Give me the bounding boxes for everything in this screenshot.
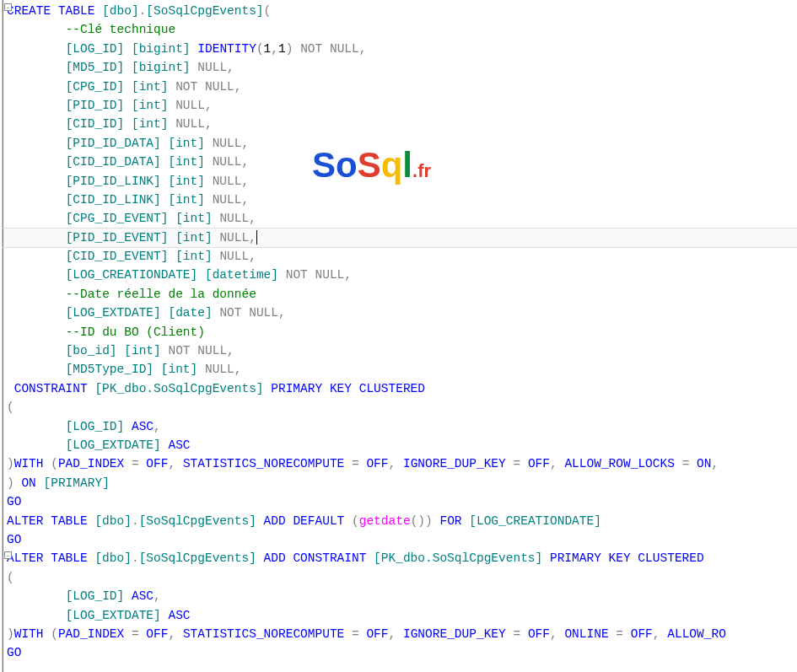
token-kw: ALLOW_RO — [667, 627, 726, 641]
token-id: [PRIMARY] — [44, 476, 110, 490]
token-gr: , — [278, 306, 286, 320]
token-gr: = — [616, 627, 623, 641]
token-id: [datetime] — [205, 268, 278, 282]
token-kw: OFF — [146, 627, 168, 641]
token-kw: WITH — [14, 457, 44, 470]
token-id: [int] — [175, 231, 213, 245]
code-line[interactable]: [CID_ID] [int] NULL, — [7, 115, 797, 133]
code-line[interactable]: [PID_ID_EVENT] [int] NULL, — [0, 228, 797, 247]
token-kw: PRIMARY KEY CLUSTERED — [271, 382, 425, 395]
token-tx — [124, 589, 132, 603]
token-id: [bo_id] — [66, 344, 117, 358]
token-tx — [520, 627, 528, 641]
token-kw: STATISTICS_NORECOMPUTE — [183, 457, 344, 470]
fold-toggle-2[interactable]: - — [4, 551, 12, 559]
code-line[interactable]: )WITH (PAD_INDEX = OFF, STATISTICS_NOREC… — [7, 454, 797, 473]
token-gr: NULL — [213, 137, 242, 150]
token-id: [date] — [168, 306, 212, 320]
code-line[interactable]: CONSTRAINT [PK_dbo.SoSqlCpgEvents] PRIMA… — [7, 379, 797, 398]
code-line[interactable]: [bo_id] [int] NOT NULL, — [7, 341, 797, 360]
token-kw: OFF — [366, 627, 388, 641]
token-tx — [293, 42, 300, 56]
token-gr: ( — [7, 401, 14, 414]
token-tx — [396, 457, 403, 470]
token-tx — [520, 457, 528, 470]
token-cm: --ID du BO (Client) — [66, 325, 205, 339]
token-id: [PID_ID] — [66, 99, 125, 112]
token-tx — [197, 268, 205, 282]
token-kw: ASC — [132, 420, 153, 433]
token-cm: --Clé technique — [66, 23, 176, 36]
code-line[interactable]: [PID_ID_DATA] [int] NULL, — [7, 134, 797, 153]
token-gr: ) — [7, 627, 14, 641]
token-tx — [168, 231, 175, 245]
code-line[interactable]: [PID_ID_LINK] [int] NULL, — [7, 172, 797, 191]
token-gr: NOT NULL — [219, 306, 278, 320]
code-line[interactable]: [CPG_ID_EVENT] [int] NULL, — [7, 209, 797, 228]
token-gr: = — [513, 627, 520, 641]
code-line[interactable]: GO — [7, 530, 797, 549]
token-id: [int] — [124, 344, 161, 358]
code-line[interactable]: [CPG_ID] [int] NOT NULL, — [7, 78, 797, 96]
token-tx — [168, 117, 175, 131]
code-line[interactable]: ) ON [PRIMARY] — [7, 474, 797, 492]
code-line[interactable]: ALTER TABLE [dbo].[SoSqlCpgEvents] ADD C… — [7, 549, 797, 567]
code-line[interactable]: [CID_ID_EVENT] [int] NULL, — [7, 247, 797, 266]
token-gr: , — [653, 627, 660, 641]
token-id: [MD5Type_ID] — [66, 363, 153, 376]
code-line[interactable]: [CID_ID_DATA] [int] NULL, — [7, 153, 797, 171]
token-id: [MD5_ID] — [66, 61, 125, 74]
token-tx — [205, 175, 213, 188]
token-tx — [689, 457, 697, 470]
token-gr: , — [550, 457, 557, 470]
token-kw: ADD — [264, 551, 286, 565]
token-tx — [36, 476, 44, 490]
code-line[interactable]: [LOG_EXTDATE] ASC — [7, 436, 797, 454]
token-tx — [191, 42, 198, 56]
token-id: [SoSqlCpgEvents] — [146, 4, 263, 18]
code-line[interactable]: --Clé technique — [7, 20, 797, 39]
token-gr: ( — [264, 4, 272, 18]
code-line[interactable]: [LOG_CREATIONDATE] [datetime] NOT NULL, — [7, 266, 797, 284]
token-id: [SoSqlCpgEvents] — [139, 514, 256, 528]
token-tx — [124, 627, 132, 641]
token-gr: , — [271, 42, 278, 56]
code-line[interactable]: [LOG_ID] ASC, — [7, 417, 797, 436]
token-gr: ( — [51, 457, 58, 470]
code-line[interactable]: ALTER TABLE [dbo].[SoSqlCpgEvents] ADD D… — [7, 512, 797, 530]
code-line[interactable]: [LOG_ID] ASC, — [7, 587, 797, 605]
code-line[interactable]: --ID du BO (Client) — [7, 323, 797, 341]
code-line[interactable]: GO — [7, 492, 797, 511]
code-line[interactable]: [PID_ID] [int] NULL, — [7, 96, 797, 115]
code-line[interactable]: [LOG_EXTDATE] [date] NOT NULL, — [7, 304, 797, 322]
token-id: [CPG_ID] — [66, 80, 125, 94]
token-id: [PID_ID_LINK] — [66, 175, 161, 188]
token-tx — [609, 627, 617, 641]
code-line[interactable]: [MD5Type_ID] [int] NULL, — [7, 360, 797, 379]
code-line[interactable]: ( — [7, 568, 797, 587]
token-gr: = — [352, 627, 359, 641]
code-line[interactable]: --Date réelle de la donnée — [7, 285, 797, 304]
token-kw: PRIMARY KEY CLUSTERED — [550, 551, 704, 565]
token-id: [LOG_EXTDATE] — [66, 609, 161, 622]
code-line[interactable]: GO — [7, 643, 797, 662]
code-editor[interactable]: - - CREATE TABLE [dbo].[SoSqlCpgEvents](… — [0, 0, 797, 672]
token-kw: ALLOW_ROW_LOCKS — [564, 457, 675, 470]
code-line[interactable]: [MD5_ID] [bigint] NULL, — [7, 58, 797, 77]
token-id: [int] — [132, 99, 169, 112]
token-tx — [153, 363, 161, 376]
code-line[interactable]: [LOG_ID] [bigint] IDENTITY(1,1) NOT NULL… — [7, 40, 797, 58]
fold-toggle-1[interactable]: - — [4, 3, 12, 11]
code-line[interactable]: [CID_ID_LINK] [int] NULL, — [7, 191, 797, 209]
code-line[interactable]: ( — [7, 398, 797, 417]
token-tx — [344, 457, 352, 470]
code-line[interactable]: CREATE TABLE [dbo].[SoSqlCpgEvents]( — [7, 2, 797, 20]
code-text-area[interactable]: CREATE TABLE [dbo].[SoSqlCpgEvents]( --C… — [3, 0, 797, 672]
token-id: [int] — [175, 212, 213, 225]
token-kw: IGNORE_DUP_KEY — [403, 457, 506, 470]
code-line[interactable]: [LOG_EXTDATE] ASC — [7, 606, 797, 625]
token-kw: ON — [697, 457, 711, 470]
token-tx — [124, 99, 132, 112]
token-id: [CID_ID] — [66, 117, 125, 131]
code-line[interactable]: )WITH (PAD_INDEX = OFF, STATISTICS_NOREC… — [7, 625, 797, 643]
